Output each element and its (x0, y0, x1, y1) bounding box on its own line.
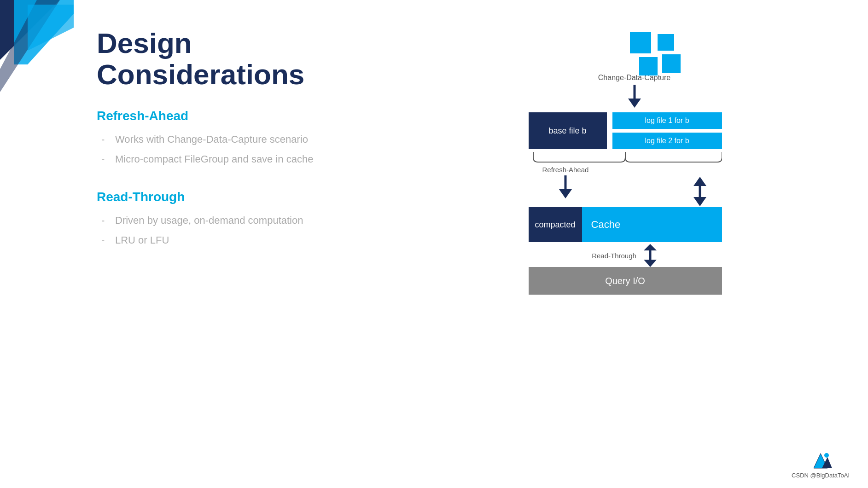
cdc-arrow (626, 85, 643, 110)
slide-title: Design Considerations (97, 28, 391, 90)
rt-label: Read-Through (592, 252, 636, 260)
deco-square-4 (662, 54, 681, 73)
deco-square-3 (639, 57, 658, 76)
ra-arrow-down (557, 175, 574, 198)
svg-marker-8 (693, 177, 706, 186)
brace-container (529, 151, 722, 166)
deco-square-2 (658, 34, 674, 51)
left-panel: Design Considerations Refresh-Ahead Work… (97, 28, 410, 460)
ra-bidirectional-arrow (692, 175, 708, 207)
rt-bidirectional-arrow (642, 244, 658, 267)
deco-square-1 (630, 32, 651, 53)
bullet-item: Micro-compact FileGroup and save in cach… (101, 152, 391, 167)
query-io-box: Query I/O (529, 267, 722, 295)
svg-marker-10 (693, 197, 706, 206)
svg-marker-13 (644, 260, 657, 267)
section-heading-read-through: Read-Through (97, 190, 391, 204)
corner-decoration (0, 0, 83, 92)
logo-icon (809, 450, 832, 470)
main-content: Design Considerations Refresh-Ahead Work… (97, 28, 840, 460)
rt-row: Read-Through (592, 244, 658, 267)
ra-arrow-section: Refresh-Ahead (529, 166, 589, 198)
bullet-item: Driven by usage, on-demand computation (101, 214, 391, 228)
svg-marker-7 (559, 189, 572, 198)
base-file-box: base file b (529, 112, 607, 149)
rt-section: Read-Through (529, 244, 722, 267)
log-file-2: log file 2 for b (612, 133, 722, 149)
svg-marker-5 (628, 99, 641, 108)
cdc-section: Change-Data-Capture (529, 74, 722, 112)
diagram: Change-Data-Capture base file b log file… (529, 32, 722, 295)
log-files: log file 1 for b log file 2 for b (612, 112, 722, 149)
logo-area: CSDN @BigDataToAI (792, 450, 850, 479)
bullet-item: LRU or LFU (101, 233, 391, 248)
svg-marker-11 (644, 244, 657, 250)
svg-point-16 (824, 453, 829, 458)
compacted-label: compacted (529, 207, 582, 242)
file-row: base file b log file 1 for b log file 2 … (529, 112, 722, 149)
cache-label: Cache (582, 219, 621, 231)
cache-box: compacted Cache (529, 207, 722, 242)
svg-marker-3 (28, 5, 74, 51)
section-heading-refresh-ahead: Refresh-Ahead (97, 109, 391, 123)
bullet-item: Works with Change-Data-Capture scenario (101, 133, 391, 147)
ra-row: Refresh-Ahead (529, 166, 722, 207)
logo-text: CSDN @BigDataToAI (792, 472, 850, 479)
refresh-ahead-bullets: Works with Change-Data-Capture scenario … (97, 133, 391, 167)
log-file-1: log file 1 for b (612, 112, 722, 129)
right-panel: Change-Data-Capture base file b log file… (410, 28, 840, 460)
read-through-bullets: Driven by usage, on-demand computation L… (97, 214, 391, 248)
ra-label: Refresh-Ahead (542, 166, 589, 174)
ra-double-arrow (692, 166, 722, 207)
